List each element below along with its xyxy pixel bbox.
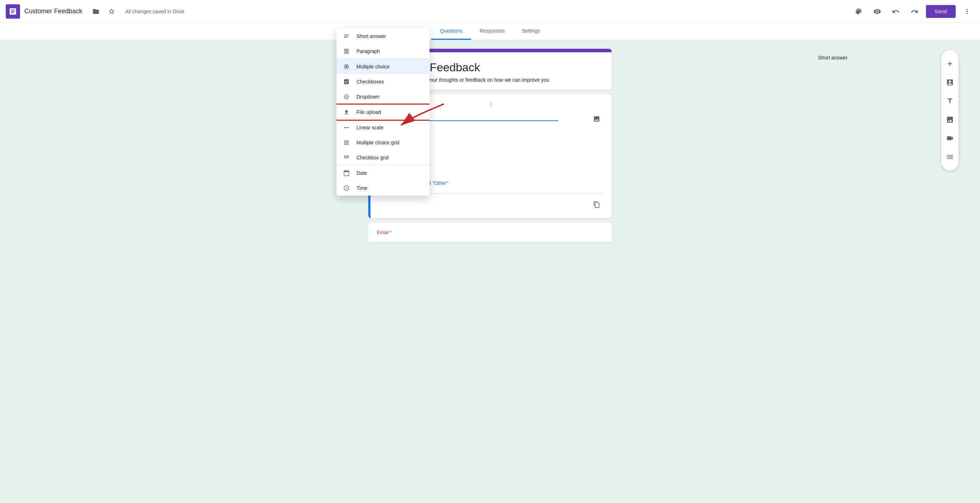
dropdown-label-file-upload: File upload — [356, 109, 381, 115]
dropdown-label-multiple-choice: Multiple choice — [356, 64, 390, 70]
add-video-button[interactable] — [941, 130, 959, 147]
send-button[interactable]: Send — [926, 5, 956, 18]
header-left: Customer Feedback All changes saved in D… — [6, 4, 851, 19]
time-icon — [342, 185, 351, 191]
required-indicator: Email * — [377, 230, 603, 235]
dropdown-item-mc-grid[interactable]: Multiple choice grid — [336, 135, 430, 150]
dropdown-label-paragraph: Paragraph — [356, 48, 380, 54]
dropdown-item-file-upload[interactable]: File upload — [336, 105, 430, 120]
file-upload-icon — [342, 109, 351, 115]
dropdown-label-short-answer: Short answer — [356, 34, 386, 39]
linear-scale-icon — [342, 124, 351, 131]
app-header: Customer Feedback All changes saved in D… — [0, 0, 980, 23]
app-icon — [6, 4, 20, 19]
short-answer-icon — [342, 33, 351, 39]
palette-icon-button[interactable] — [851, 4, 866, 19]
tab-settings[interactable]: Settings — [513, 23, 549, 40]
header-right: Send — [851, 4, 974, 19]
redo-icon-button[interactable] — [907, 4, 922, 19]
add-section-button[interactable] — [941, 149, 959, 166]
cb-grid-icon — [342, 155, 351, 161]
undo-icon-button[interactable] — [889, 4, 903, 19]
dropdown-item-cb-grid[interactable]: Checkbox grid — [336, 150, 430, 165]
dropdown-label-date: Date — [356, 170, 367, 176]
card-footer — [379, 193, 603, 211]
checkboxes-icon — [342, 78, 351, 85]
dropdown-label-linear-scale: Linear scale — [356, 125, 384, 130]
tab-questions[interactable]: Questions — [431, 23, 471, 40]
header-icons — [89, 5, 118, 18]
dropdown-label-mc-grid: Multiple choice grid — [356, 140, 399, 145]
svg-point-1 — [345, 65, 348, 68]
star-icon-button[interactable] — [105, 5, 118, 18]
dropdown-label-dropdown: Dropdown — [356, 94, 379, 100]
dropdown-label-cb-grid: Checkbox grid — [356, 155, 389, 161]
main-content: Customer Feedback We would love to hear … — [0, 40, 980, 503]
dropdown-item-date[interactable]: Date — [336, 166, 430, 180]
more-options-button[interactable] — [960, 4, 974, 19]
dropdown-icon — [342, 94, 351, 100]
question-card-2: Email * — [368, 222, 612, 242]
duplicate-button[interactable] — [590, 198, 603, 211]
date-icon — [342, 170, 351, 176]
question-image-button[interactable] — [590, 112, 603, 125]
right-sidebar — [941, 50, 959, 171]
dropdown-item-dropdown[interactable]: Dropdown — [336, 89, 430, 104]
import-question-button[interactable] — [941, 74, 959, 91]
tabs-bar: Questions Responses Settings — [0, 23, 980, 40]
dropdown-label-checkboxes: Checkboxes — [356, 79, 384, 85]
paragraph-icon — [342, 48, 351, 54]
dropdown-item-linear-scale[interactable]: Linear scale — [336, 120, 430, 135]
dropdown-item-multiple-choice[interactable]: Multiple choice — [336, 59, 430, 74]
dropdown-menu: Short answer Paragraph Multiple choice C… — [336, 29, 430, 196]
mc-grid-icon — [342, 139, 351, 146]
multiple-choice-icon — [342, 64, 351, 70]
add-question-button[interactable] — [941, 55, 959, 72]
tab-responses[interactable]: Responses — [471, 23, 513, 40]
add-image-button[interactable] — [941, 111, 959, 128]
doc-title: Customer Feedback — [24, 8, 82, 15]
dropdown-label-time: Time — [356, 185, 368, 191]
svg-point-2 — [344, 94, 348, 99]
folder-icon-button[interactable] — [89, 5, 102, 18]
dropdown-item-paragraph[interactable]: Paragraph — [336, 44, 430, 59]
dropdown-item-time[interactable]: Time — [336, 180, 430, 196]
preview-icon-button[interactable] — [870, 4, 885, 19]
dropdown-item-short-answer[interactable]: Short answer — [336, 29, 430, 44]
dropdown-item-checkboxes[interactable]: Checkboxes — [336, 74, 430, 89]
add-title-button[interactable] — [941, 93, 959, 110]
saved-status: All changes saved in Drive — [125, 9, 185, 14]
